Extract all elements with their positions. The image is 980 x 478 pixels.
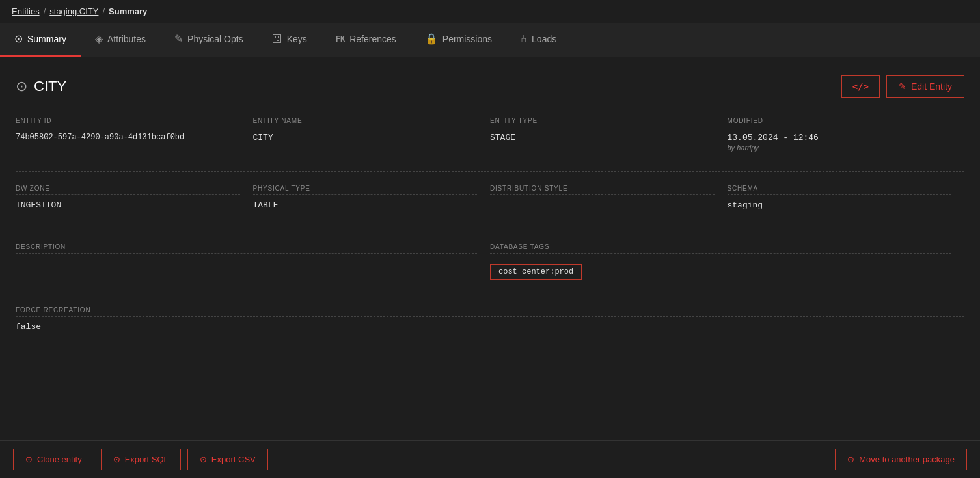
entity-modified-value: 13.05.2024 - 12:46 — [728, 133, 952, 142]
force-recreation-value: false — [16, 322, 964, 332]
entity-modified-by: by harripy — [728, 144, 952, 152]
entity-info-section-1: ENTITY ID 74b05802-597a-4290-a90a-4d131b… — [16, 117, 964, 172]
edit-entity-label: Edit Entity — [911, 81, 952, 92]
summary-tab-icon: ⊙ — [14, 33, 23, 45]
tab-permissions[interactable]: 🔒 Permissions — [411, 23, 506, 57]
tab-loads[interactable]: ⑃ Loads — [506, 23, 571, 57]
code-button[interactable]: </> — [841, 75, 880, 98]
export-sql-icon: ⊙ — [113, 455, 120, 464]
edit-entity-button[interactable]: ✎ Edit Entity — [886, 75, 964, 98]
tab-keys[interactable]: ⚿ Keys — [258, 23, 321, 57]
database-tag: cost center:prod — [490, 264, 582, 280]
keys-tab-icon: ⚿ — [272, 33, 282, 45]
tab-loads-label: Loads — [532, 34, 556, 44]
permissions-tab-icon: 🔒 — [425, 33, 438, 45]
description-label: DESCRIPTION — [16, 243, 477, 254]
move-to-package-label: Move to another package — [859, 455, 955, 464]
distribution-style-label: DISTRIBUTION STYLE — [490, 185, 715, 195]
entity-name-cell: ENTITY NAME CITY — [253, 117, 491, 158]
move-to-package-button[interactable]: ⊙ Move to another package — [835, 449, 967, 470]
move-to-package-icon: ⊙ — [847, 455, 854, 464]
main-content: ⊙ CITY </> ✎ Edit Entity ENTITY ID 74b05… — [0, 57, 980, 345]
header-actions: </> ✎ Edit Entity — [841, 75, 964, 98]
dw-zone-value: INGESTION — [16, 200, 240, 210]
tab-bar: ⊙ Summary ◈ Attributes ✎ Physical Opts ⚿… — [0, 23, 980, 57]
clone-entity-icon: ⊙ — [25, 455, 33, 464]
entity-type-cell: ENTITY TYPE STAGE — [490, 117, 728, 158]
schema-label: SCHEMA — [728, 185, 952, 195]
force-recreation-label: FORCE RECREATION — [16, 306, 964, 317]
tab-attributes[interactable]: ◈ Attributes — [81, 23, 160, 57]
export-csv-icon: ⊙ — [200, 455, 207, 464]
breadcrumb-schema-link[interactable]: staging.CITY — [49, 7, 98, 16]
tab-physical-opts[interactable]: ✎ Physical Opts — [160, 23, 258, 57]
breadcrumb-sep-1: / — [44, 7, 46, 16]
entity-name-label: ENTITY NAME — [253, 117, 478, 127]
clone-entity-label: Clone entity — [37, 455, 82, 464]
physical-opts-tab-icon: ✎ — [174, 33, 183, 45]
schema-cell: SCHEMA staging — [728, 185, 965, 217]
entity-name-heading: CITY — [34, 78, 66, 95]
schema-value: staging — [728, 200, 952, 210]
entity-info-row-1: ENTITY ID 74b05802-597a-4290-a90a-4d131b… — [16, 117, 964, 158]
bottom-action-bar: ⊙ Clone entity ⊙ Export SQL ⊙ Export CSV… — [0, 440, 980, 478]
tab-attributes-label: Attributes — [107, 34, 146, 44]
dw-zone-label: DW ZONE — [16, 185, 240, 195]
tab-keys-label: Keys — [287, 34, 307, 44]
breadcrumb-entities-link[interactable]: Entities — [12, 7, 40, 16]
tab-references[interactable]: FK References — [321, 23, 411, 57]
entity-title: ⊙ CITY — [16, 78, 66, 95]
attributes-tab-icon: ◈ — [95, 33, 103, 45]
bottom-right-actions: ⊙ Move to another package — [835, 449, 967, 470]
tab-physical-opts-label: Physical Opts — [187, 34, 243, 44]
entity-modified-cell: MODIFIED 13.05.2024 - 12:46 by harripy — [728, 117, 965, 158]
breadcrumb-sep-2: / — [102, 7, 105, 16]
entity-id-label: ENTITY ID — [16, 117, 240, 127]
entity-modified-label: MODIFIED — [728, 117, 952, 127]
references-tab-icon: FK — [336, 34, 345, 44]
bottom-left-actions: ⊙ Clone entity ⊙ Export SQL ⊙ Export CSV — [13, 449, 268, 470]
dw-zone-cell: DW ZONE INGESTION — [16, 185, 253, 217]
entity-type-label: ENTITY TYPE — [490, 117, 715, 127]
entity-id-value: 74b05802-597a-4290-a90a-4d131bcaf0bd — [16, 133, 240, 142]
entity-info-row-2: DW ZONE INGESTION PHYSICAL TYPE TABLE DI… — [16, 185, 964, 217]
export-sql-label: Export SQL — [125, 455, 169, 464]
tab-summary-label: Summary — [27, 34, 66, 44]
export-sql-button[interactable]: ⊙ Export SQL — [101, 449, 181, 470]
entity-type-value: STAGE — [490, 133, 715, 142]
distribution-style-cell: DISTRIBUTION STYLE — [490, 185, 728, 217]
breadcrumb-current: Summary — [109, 7, 147, 16]
edit-entity-icon: ✎ — [899, 81, 906, 92]
physical-type-value: TABLE — [253, 200, 478, 210]
physical-type-label: PHYSICAL TYPE — [253, 185, 478, 195]
force-recreation-section: FORCE RECREATION false — [16, 306, 964, 345]
database-tags-cell: DATABASE TAGS cost center:prod — [490, 243, 964, 280]
loads-tab-icon: ⑃ — [521, 33, 527, 45]
export-csv-label: Export CSV — [211, 455, 256, 464]
description-cell: DESCRIPTION — [16, 243, 490, 280]
database-tags-label: DATABASE TAGS — [490, 243, 951, 254]
entity-id-cell: ENTITY ID 74b05802-597a-4290-a90a-4d131b… — [16, 117, 253, 158]
tab-summary[interactable]: ⊙ Summary — [0, 23, 81, 57]
physical-type-cell: PHYSICAL TYPE TABLE — [253, 185, 491, 217]
entity-desc-section: DESCRIPTION DATABASE TAGS cost center:pr… — [16, 243, 964, 293]
entity-name-value: CITY — [253, 133, 478, 142]
clone-entity-button[interactable]: ⊙ Clone entity — [13, 449, 94, 470]
tab-references-label: References — [349, 34, 396, 44]
entity-title-icon: ⊙ — [16, 78, 27, 95]
tab-permissions-label: Permissions — [442, 34, 492, 44]
entity-header: ⊙ CITY </> ✎ Edit Entity — [16, 75, 964, 98]
entity-info-section-2: DW ZONE INGESTION PHYSICAL TYPE TABLE DI… — [16, 185, 964, 230]
export-csv-button[interactable]: ⊙ Export CSV — [187, 449, 268, 470]
breadcrumb: Entities / staging.CITY / Summary — [0, 0, 980, 23]
